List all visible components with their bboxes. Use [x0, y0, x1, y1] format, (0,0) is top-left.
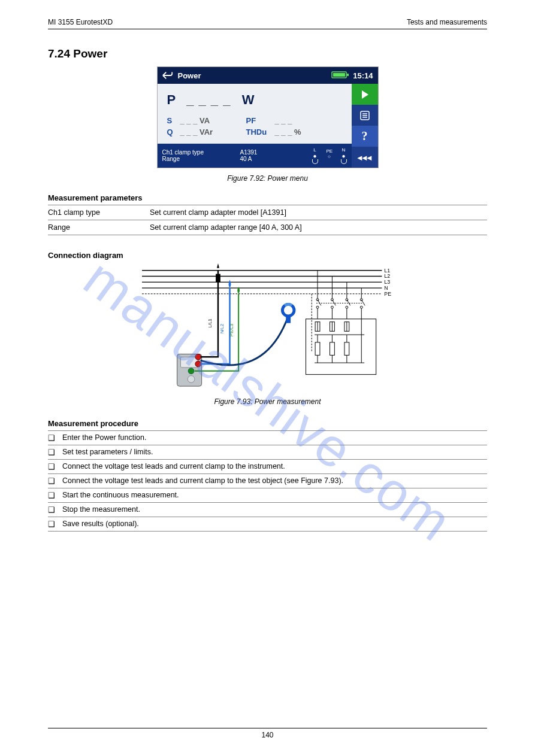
info-range-label: Range: [162, 156, 240, 162]
svg-rect-12: [306, 319, 376, 375]
battery-icon: [331, 71, 349, 81]
clamp-icon: [282, 304, 294, 323]
q-value: _ _ _ VAr: [180, 127, 246, 136]
proc-3: ❑Connect the voltage test leads and curr…: [48, 474, 487, 488]
svg-rect-46: [330, 342, 334, 355]
procedure-heading: Measurement procedure: [48, 419, 487, 428]
instrument-icon: [177, 354, 201, 386]
p-label: P: [167, 92, 176, 107]
rule: [48, 235, 487, 235]
s-value: _ _ _ VA: [180, 116, 246, 125]
param-val-1: Set current clamp adapter range [40 A, 3…: [150, 223, 302, 232]
param-key-1: Range: [48, 223, 150, 232]
svg-rect-61: [286, 315, 291, 323]
param-row-0: Ch1 clamp type Set current clamp adapter…: [48, 205, 487, 220]
proc-2: ❑Connect the voltage test leads and curr…: [48, 460, 487, 473]
svg-point-55: [195, 354, 201, 360]
device-title: Power: [178, 71, 201, 80]
device-sidebar: ? ◂◂◂: [352, 84, 378, 168]
rule: [48, 531, 487, 532]
probe-label-l: L/L1: [207, 318, 213, 327]
svg-rect-1: [333, 73, 345, 77]
row-s-pf: S _ _ _ VA PF _ _ _: [167, 116, 342, 125]
info-range-value: 40 A: [240, 156, 276, 162]
svg-point-60: [282, 304, 294, 316]
thdu-value: _ _ _ %: [275, 127, 301, 136]
rail-l1: L1: [384, 268, 390, 274]
q-label: Q: [167, 127, 180, 136]
probe-label-pe: PE/L3: [229, 324, 234, 336]
thdu-label: THDu: [246, 127, 275, 136]
svg-point-57: [188, 368, 194, 374]
proc-1: ❑Set test parameters / limits.: [48, 445, 487, 459]
params-heading: Measurement parameters: [48, 193, 487, 202]
proc-4: ❑Start the continuous measurement.: [48, 488, 487, 502]
proc-5: ❑Stop the measurement.: [48, 503, 487, 517]
device-main-area: P _ _ _ _ W S _ _ _ VA PF _ _ _ Q _ _ _ …: [158, 84, 352, 144]
back-icon[interactable]: [162, 71, 173, 80]
svg-rect-49: [344, 342, 349, 355]
rail-l3: L3: [384, 279, 390, 285]
pf-value: _ _ _: [275, 116, 292, 125]
rail-pe: PE: [384, 291, 391, 297]
device-screenshot: Power 15:14 P _ _ _ _ W S _ _ _ VA PF _ …: [157, 66, 379, 168]
rail-n: N: [384, 285, 388, 291]
wiring-diagram: L1 L2 L3 N PE: [142, 263, 394, 394]
connection-heading: Connection diagram: [48, 251, 487, 260]
svg-line-15: [318, 300, 321, 306]
svg-point-16: [316, 306, 319, 308]
section-title: 7.24 Power: [48, 47, 487, 60]
probe-n: N: [341, 147, 347, 153]
proc-6: ❑Save results (optional).: [48, 517, 487, 531]
row-q-thdu: Q _ _ _ VAr THDu _ _ _ %: [167, 127, 342, 136]
svg-point-31: [360, 306, 362, 308]
svg-point-26: [345, 306, 347, 308]
svg-rect-2: [347, 74, 349, 76]
pf-label: PF: [246, 116, 275, 125]
svg-point-21: [331, 306, 333, 308]
device-time: 15:14: [353, 71, 373, 80]
info-clamp-value: A1391: [240, 149, 276, 156]
device-titlebar: Power 15:14: [158, 67, 378, 84]
s-label: S: [167, 116, 180, 125]
p-unit: W: [242, 92, 255, 107]
probe-pe: PE: [327, 148, 333, 154]
svg-line-30: [361, 300, 365, 306]
back-button[interactable]: ◂◂◂: [352, 147, 378, 168]
svg-rect-59: [216, 274, 220, 283]
figure-1-caption: Figure 7.92: Power menu: [48, 174, 487, 183]
probe-label-n: N/L2: [219, 324, 224, 333]
proc-0: ❑Enter the Power function.: [48, 431, 487, 445]
list-button[interactable]: [352, 105, 378, 126]
page-footer: 140: [48, 728, 487, 739]
svg-point-58: [188, 376, 195, 383]
param-val-0: Set current clamp adapter model [A1391]: [150, 208, 286, 217]
svg-line-20: [332, 300, 335, 306]
info-clamp-label: Ch1 clamp type: [162, 149, 240, 156]
header-right: Tests and measurements: [407, 18, 487, 26]
header-left: MI 3155 EurotestXD: [48, 18, 113, 26]
figure-2-caption: Figure 7.93: Power measurement: [48, 397, 487, 406]
rail-l2: L2: [384, 273, 390, 279]
p-value: _ _ _ _: [186, 92, 231, 107]
probe-l: L: [312, 147, 318, 153]
svg-rect-43: [315, 342, 320, 355]
page-header: MI 3155 EurotestXD Tests and measurement…: [48, 18, 487, 29]
param-key-0: Ch1 clamp type: [48, 208, 150, 217]
svg-line-25: [346, 300, 350, 306]
probe-diagram-icon: L● PE○ N●: [312, 147, 347, 164]
device-info-bar: Ch1 clamp type Range A1391 40 A L● PE○ N…: [158, 144, 352, 168]
svg-point-56: [195, 361, 201, 367]
help-button[interactable]: ?: [352, 126, 378, 147]
run-button[interactable]: [352, 84, 378, 105]
p-readout: P _ _ _ _ W: [167, 92, 342, 108]
param-row-1: Range Set current clamp adapter range [4…: [48, 220, 487, 235]
